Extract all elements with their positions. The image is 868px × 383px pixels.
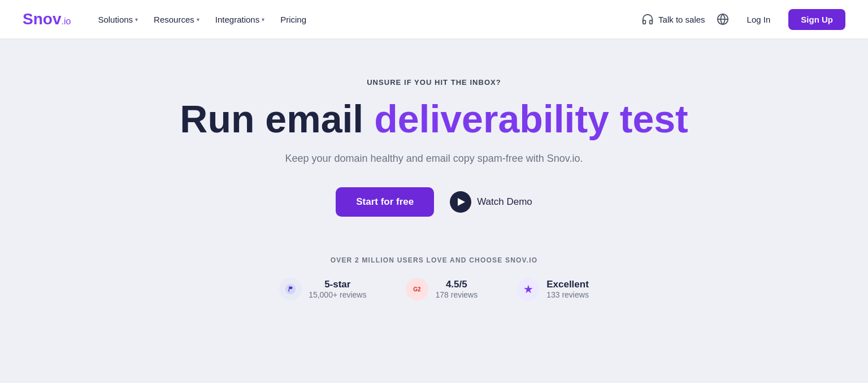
watch-demo-label: Watch Demo [477, 196, 532, 208]
trustpilot-icon: ★ [517, 278, 540, 300]
hero-title: Run email deliverability test [180, 98, 688, 140]
review-count-trustpilot: 133 reviews [546, 290, 589, 299]
navbar-right: Talk to sales Log In Sign Up [641, 9, 845, 30]
nav-label-resources: Resources [154, 15, 194, 24]
review-text-product-hunt: 5-star 15,000+ reviews [309, 279, 366, 299]
chevron-down-icon: ▾ [262, 16, 264, 23]
nav-item-resources[interactable]: Resources ▾ [147, 10, 206, 29]
headphone-icon [641, 13, 654, 25]
review-rating-g2: 4.5/5 [435, 279, 478, 290]
watch-demo-button[interactable]: Watch Demo [450, 191, 532, 213]
social-proof-section: OVER 2 MILLION USERS LOVE AND CHOOSE SNO… [279, 256, 589, 323]
chevron-down-icon: ▾ [197, 16, 199, 23]
hero-eyebrow: UNSURE IF YOU HIT THE INBOX? [367, 78, 501, 87]
review-count-g2: 178 reviews [435, 290, 478, 299]
review-count-product-hunt: 15,000+ reviews [309, 290, 366, 299]
hero-title-accent: deliverability test [374, 97, 688, 140]
svg-text:G2: G2 [414, 286, 422, 292]
logo-io: .io [61, 16, 71, 27]
logo-main: Snov [23, 10, 61, 28]
play-triangle-icon [458, 198, 465, 206]
play-icon [450, 191, 471, 213]
nav-label-integrations: Integrations [215, 15, 259, 24]
signup-button[interactable]: Sign Up [788, 9, 845, 30]
star-icon: ★ [523, 282, 533, 296]
reviews-row: 5-star 15,000+ reviews G2 4.5/5 178 revi… [279, 278, 589, 300]
review-text-trustpilot: Excellent 133 reviews [546, 279, 589, 299]
login-button[interactable]: Log In [740, 10, 778, 29]
nav-label-pricing: Pricing [280, 15, 306, 24]
product-hunt-svg [284, 283, 297, 295]
hero-title-part1: Run email [180, 97, 374, 140]
chevron-down-icon: ▾ [135, 16, 138, 23]
nav-label-solutions: Solutions [98, 15, 133, 24]
product-hunt-icon [279, 278, 302, 300]
navbar: Snov.io Solutions ▾ Resources ▾ Integrat… [0, 0, 868, 38]
review-text-g2: 4.5/5 178 reviews [435, 279, 478, 299]
talk-to-sales-link[interactable]: Talk to sales [641, 13, 705, 25]
nav-links: Solutions ▾ Resources ▾ Integrations ▾ P… [91, 10, 313, 29]
start-free-button[interactable]: Start for free [336, 187, 434, 217]
review-item-product-hunt: 5-star 15,000+ reviews [279, 278, 366, 300]
nav-item-integrations[interactable]: Integrations ▾ [209, 10, 271, 29]
globe-icon[interactable] [717, 13, 729, 25]
hero-section: UNSURE IF YOU HIT THE INBOX? Run email d… [0, 38, 868, 351]
hero-subtitle: Keep your domain healthy and email copy … [285, 153, 583, 165]
review-rating-trustpilot: Excellent [546, 279, 589, 290]
g2-svg: G2 [411, 283, 423, 295]
review-rating-product-hunt: 5-star [309, 279, 366, 290]
talk-to-sales-label: Talk to sales [658, 15, 705, 24]
nav-item-solutions[interactable]: Solutions ▾ [91, 10, 145, 29]
logo[interactable]: Snov.io [23, 10, 71, 28]
g2-icon: G2 [406, 278, 428, 300]
hero-buttons: Start for free Watch Demo [336, 187, 532, 217]
nav-item-pricing[interactable]: Pricing [274, 10, 313, 29]
review-item-trustpilot: ★ Excellent 133 reviews [517, 278, 589, 300]
review-item-g2: G2 4.5/5 178 reviews [406, 278, 478, 300]
navbar-left: Snov.io Solutions ▾ Resources ▾ Integrat… [23, 10, 313, 29]
social-proof-eyebrow: OVER 2 MILLION USERS LOVE AND CHOOSE SNO… [279, 256, 589, 264]
